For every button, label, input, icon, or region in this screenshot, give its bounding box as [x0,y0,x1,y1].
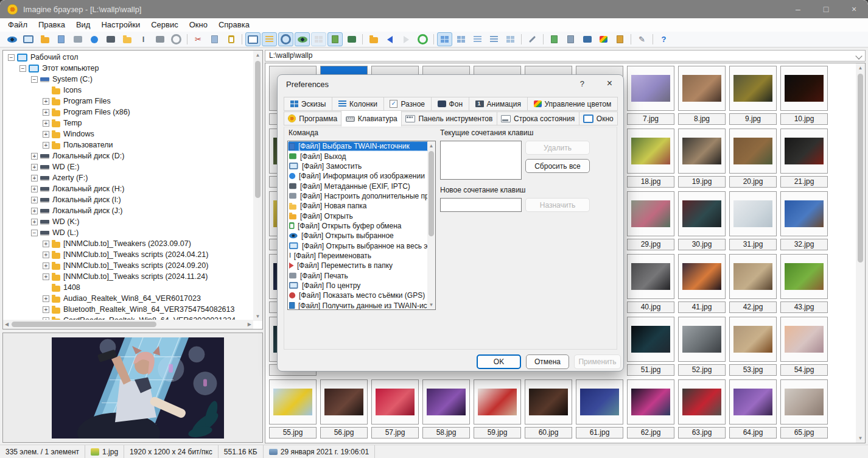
tree-item[interactable]: +Program Files (x86) [3,107,253,118]
apply-button[interactable]: Применить [574,354,621,369]
thumbnail-image[interactable] [678,254,726,299]
scroll-up-icon[interactable]: ▲ [856,63,865,72]
scroll-up-icon[interactable]: ▲ [427,141,436,150]
tree-item[interactable]: +Локальный диск (H:) [3,183,253,194]
command-item[interactable]: [Файл] Открыть буфер обмена [288,221,435,231]
tree-item[interactable]: +Bluetooth_Realtek_Win8_64_VER3754754082… [3,304,253,315]
thumbnail-65.jpg[interactable]: 65.jpg [780,379,828,439]
toggle-folder-tree-button[interactable] [262,32,277,46]
thumbnail-image[interactable] [474,379,521,425]
thumbnail-29.jpg[interactable]: 29.jpg [627,191,674,250]
command-item[interactable]: [Файл] Новая папка [288,201,435,211]
thumbnail-image[interactable] [780,379,828,425]
toggle-image-preview-button[interactable] [295,32,310,46]
tab-Строка состояния[interactable]: Строка состояния [497,111,579,125]
tree-item[interactable]: +Program Files [3,96,253,107]
tree-expander-minus-icon[interactable]: − [31,76,38,83]
tree-expander-plus-icon[interactable]: + [31,208,38,214]
tree-item[interactable]: −Этот компьютер [3,63,253,74]
tree-expander-plus-icon[interactable]: + [31,153,38,160]
image-capture-button[interactable] [579,32,595,46]
folder-open-button[interactable] [37,32,52,46]
tree-expander-plus-icon[interactable]: + [43,295,49,302]
assign-key-button[interactable]: Назначить [525,198,590,212]
thumbnail-60.jpg[interactable]: 60.jpg [525,379,572,439]
tree-expander-plus-icon[interactable]: + [43,109,49,116]
slideshow-button[interactable] [596,32,611,46]
rename-button[interactable]: I [136,32,151,46]
copy-button[interactable] [207,32,222,46]
chevron-down-icon[interactable] [855,52,862,59]
menu-item-Сервис[interactable]: Сервис [145,18,184,32]
tab-Анимация[interactable]: Анимация [469,97,528,111]
command-item[interactable]: [Файл] Получить данные из TWAIN-исто [288,301,435,311]
scroll-left-icon[interactable]: ◀ [3,320,10,329]
tree-expander-minus-icon[interactable]: − [8,54,15,61]
thumbnail-image[interactable] [780,254,828,299]
tree-item[interactable]: +[NNMClub.to]_Tweaks scripts (2024.04.21… [3,249,253,260]
tree-item[interactable]: +Локальный диск (I:) [3,194,253,205]
view-fullscreen-button[interactable] [21,32,36,46]
thumbnails-vertical-scrollbar[interactable]: ▲ ▼ [856,63,865,443]
scroll-down-icon[interactable]: ▼ [856,434,865,443]
thumbnail-18.jpg[interactable]: 18.jpg [627,129,674,188]
view-tiles-button[interactable] [453,32,469,46]
command-list-scrollbar[interactable]: ▲ ▼ [427,141,435,309]
tree-item[interactable]: −WD (L:) [3,227,253,238]
tree-expander-plus-icon[interactable]: + [43,306,49,313]
image-edit-button[interactable] [612,32,628,46]
save-image-button[interactable] [54,32,69,46]
convert-settings-button[interactable] [169,32,184,46]
thumbnail-image[interactable] [576,379,623,425]
tab-Панель инструментов[interactable]: Панель инструментов [401,111,497,125]
menu-item-Вид[interactable]: Вид [71,18,96,32]
tree-item[interactable]: +WD (K:) [3,216,253,227]
tree-expander-plus-icon[interactable]: + [31,197,38,203]
ok-button[interactable]: OK [477,354,521,369]
command-item[interactable]: [Файл] Открыть [288,211,435,220]
command-item[interactable]: [Файл] По центру [288,281,435,291]
command-item[interactable]: [Файл] Информация об изображении [288,171,435,181]
new-key-input[interactable] [440,198,522,212]
tab-Колонки[interactable]: Колонки [332,97,383,111]
images-settings-button[interactable] [563,32,578,46]
thumbnail-41.jpg[interactable]: 41.jpg [678,254,726,313]
toggle-grid-button[interactable] [311,32,326,46]
thumbnail-43.jpg[interactable]: 43.jpg [780,254,828,313]
thumbnail-31.jpg[interactable]: 31.jpg [729,191,777,250]
thumbnail-62.jpg[interactable]: 62.jpg [627,379,674,439]
thumbnail-63.jpg[interactable]: 63.jpg [678,379,726,439]
tree-item[interactable]: +WD (E:) [3,161,253,172]
command-item[interactable]: I[Файл] Переименовать [288,251,435,261]
command-item[interactable]: [Файл] Печать [288,270,435,280]
menu-item-Окно[interactable]: Окно [184,18,213,32]
reset-all-button[interactable]: Сбросить все [525,159,590,173]
tab-Клавиатура[interactable]: Клавиатура [341,110,402,127]
view-eye-button[interactable] [4,32,19,46]
thumbnail-image[interactable] [780,66,828,111]
tab-Разное[interactable]: Разное [383,97,432,111]
tree-expander-plus-icon[interactable]: + [31,175,38,181]
tab-Окно[interactable]: Окно [579,111,618,125]
thumbnail-image[interactable] [371,379,419,425]
command-list[interactable]: [Файл] Выбрать TWAIN-источник[Файл] Выхо… [287,141,436,310]
thumbnail-59.jpg[interactable]: 59.jpg [474,379,521,439]
command-item[interactable]: [Файл] Выход [288,151,435,161]
thumbnail-image[interactable] [678,191,726,236]
toggle-image-stack-button[interactable] [344,32,359,46]
menu-item-Справка[interactable]: Справка [213,18,255,32]
tree-item[interactable]: +Пользователи [3,139,253,150]
command-item[interactable]: [Файл] Замостить [288,161,435,171]
thumbnail-image[interactable] [627,129,674,174]
thumbnail-10.jpg[interactable]: 10.jpg [780,66,828,125]
toggle-preview-window-button[interactable] [245,32,261,46]
dialog-help-button[interactable]: ? [580,79,584,88]
thumbnail-image[interactable] [729,317,777,362]
thumbnail-55.jpg[interactable]: 55.jpg [269,379,317,439]
tree-expander-plus-icon[interactable]: + [43,252,49,258]
thumbnail-56.jpg[interactable]: 56.jpg [320,379,368,439]
toggle-history-button[interactable] [278,32,293,46]
scroll-down-icon[interactable]: ▼ [427,300,436,309]
tree-item[interactable]: +Temp [3,118,253,129]
thumbnail-64.jpg[interactable]: 64.jpg [729,379,777,439]
